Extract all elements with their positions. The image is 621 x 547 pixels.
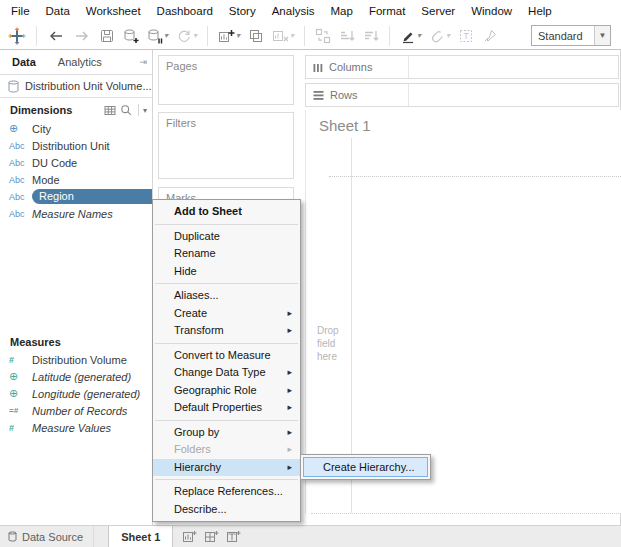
new-story-icon[interactable]	[226, 530, 241, 543]
dropdown-caret-icon: ▾	[236, 31, 240, 40]
redo-icon[interactable]	[70, 24, 94, 48]
dimensions-menu-icon[interactable]: ▾	[143, 106, 147, 115]
field-label: Number of Records	[32, 405, 127, 417]
toolbar: ▾ ▾ ▾ ▾ ▾ ▾ T Standard ▼	[0, 22, 621, 50]
menu-story[interactable]: Story	[221, 2, 264, 20]
menu-item-duplicate[interactable]: Duplicate	[153, 228, 300, 246]
data-pane-tabs: Data Analytics ⇥	[0, 50, 152, 75]
collapse-pane-icon[interactable]: ⇥	[139, 57, 152, 67]
menu-worksheet[interactable]: Worksheet	[78, 2, 149, 20]
filters-shelf-label: Filters	[166, 117, 196, 129]
rows-shelf[interactable]: Rows	[305, 83, 619, 107]
data-source-name: Distribution Unit Volume...	[25, 80, 152, 92]
fit-selector[interactable]: Standard ▼	[531, 25, 611, 46]
sort-ascending-icon[interactable]	[336, 24, 358, 48]
hierarchy-submenu: Create Hierarchy...	[300, 454, 431, 480]
new-data-source-icon[interactable]	[120, 24, 142, 48]
menu-item-aliases[interactable]: Aliases...	[153, 287, 300, 305]
field-measure-values[interactable]: # Measure Values	[0, 419, 152, 436]
pages-shelf[interactable]: Pages	[158, 55, 294, 105]
clear-sheet-icon[interactable]: ▾	[269, 24, 297, 48]
menu-item-rename[interactable]: Rename	[153, 245, 300, 263]
menu-file[interactable]: File	[3, 2, 38, 20]
field-region-selected[interactable]: Abc Region	[0, 188, 152, 205]
duplicate-sheet-icon[interactable]	[245, 24, 267, 48]
tab-data-source[interactable]: Data Source	[0, 526, 94, 547]
search-icon[interactable]	[120, 104, 132, 116]
field-city[interactable]: ⊕ City	[0, 120, 152, 137]
dropdown-caret-icon: ▾	[290, 31, 294, 40]
pane-spacer	[0, 222, 152, 326]
dropdown-caret-icon: ▾	[164, 31, 168, 40]
tableau-logo-icon[interactable]	[5, 24, 29, 48]
new-worksheet-icon[interactable]: ▾	[215, 24, 243, 48]
menu-help[interactable]: Help	[520, 2, 560, 20]
pause-auto-updates-icon[interactable]: ▾	[144, 24, 171, 48]
menu-item-add-to-sheet[interactable]: Add to Sheet	[153, 203, 300, 221]
tab-sheet-1[interactable]: Sheet 1	[108, 526, 173, 547]
menu-item-change-data-type[interactable]: Change Data Type	[153, 364, 300, 382]
field-label: Mode	[32, 174, 60, 186]
undo-icon[interactable]	[44, 24, 68, 48]
menu-item-convert-to-measure[interactable]: Convert to Measure	[153, 347, 300, 365]
swap-rows-columns-icon[interactable]	[312, 24, 334, 48]
rows-icon	[313, 90, 324, 100]
menu-item-group-by[interactable]: Group by	[153, 424, 300, 442]
abc-icon: Abc	[9, 158, 32, 168]
new-sheet-buttons	[173, 526, 241, 547]
field-number-of-records[interactable]: =# Number of Records	[0, 402, 152, 419]
menu-data[interactable]: Data	[38, 2, 78, 20]
field-latitude[interactable]: ⊕ Latitude (generated)	[0, 368, 152, 385]
fit-selector-dropdown-icon[interactable]: ▼	[594, 26, 610, 45]
field-label: Measure Values	[32, 422, 111, 434]
field-du-code[interactable]: Abc DU Code	[0, 154, 152, 171]
menu-separator	[155, 420, 298, 421]
data-source-item[interactable]: Distribution Unit Volume...	[0, 75, 152, 97]
fix-axes-icon[interactable]	[479, 24, 501, 48]
menu-item-hierarchy[interactable]: Hierarchy	[153, 459, 300, 477]
menu-item-transform[interactable]: Transform	[153, 322, 300, 340]
menu-server[interactable]: Server	[413, 2, 463, 20]
columns-shelf[interactable]: Columns	[305, 55, 619, 79]
view-data-grid-icon[interactable]	[104, 105, 116, 116]
highlight-icon[interactable]: ▾	[397, 24, 424, 48]
menu-analysis[interactable]: Analysis	[264, 2, 323, 20]
new-dashboard-icon[interactable]	[204, 530, 219, 543]
dimensions-header: Dimensions ▾	[0, 98, 152, 120]
tab-label: Data Source	[22, 531, 83, 543]
menu-map[interactable]: Map	[323, 2, 361, 20]
menu-window[interactable]: Window	[463, 2, 520, 20]
field-measure-names[interactable]: Abc Measure Names	[0, 205, 152, 222]
field-mode[interactable]: Abc Mode	[0, 171, 152, 188]
menu-item-default-properties[interactable]: Default Properties	[153, 399, 300, 417]
selected-field-pill[interactable]: Region	[32, 189, 152, 204]
menu-item-describe[interactable]: Describe...	[153, 501, 300, 519]
menu-item-hide[interactable]: Hide	[153, 263, 300, 281]
menu-item-geographic-role[interactable]: Geographic Role	[153, 382, 300, 400]
new-worksheet-icon[interactable]	[182, 530, 197, 543]
sort-descending-icon[interactable]	[360, 24, 382, 48]
tableau-window: { "menu_bar": { "items": ["File", "Data"…	[0, 0, 621, 547]
filters-shelf[interactable]: Filters	[158, 112, 294, 179]
tab-data[interactable]: Data	[0, 56, 48, 68]
menu-format[interactable]: Format	[361, 2, 413, 20]
show-mark-labels-icon[interactable]: T	[455, 24, 477, 48]
dropdown-caret-icon: ▾	[446, 31, 450, 40]
field-label: Distribution Unit	[32, 140, 110, 152]
tab-analytics[interactable]: Analytics	[48, 56, 140, 68]
save-icon[interactable]	[96, 24, 118, 48]
field-label: Measure Names	[32, 208, 113, 220]
pages-shelf-label: Pages	[166, 60, 197, 72]
group-members-icon[interactable]: ▾	[426, 24, 453, 48]
field-label: Longitude (generated)	[32, 388, 140, 400]
columns-icon	[313, 62, 323, 73]
menu-item-create-hierarchy[interactable]: Create Hierarchy...	[303, 457, 428, 477]
menu-item-replace-references[interactable]: Replace References...	[153, 483, 300, 501]
refresh-icon[interactable]: ▾	[173, 24, 200, 48]
menu-dashboard[interactable]: Dashboard	[149, 2, 221, 20]
field-distribution-unit[interactable]: Abc Distribution Unit	[0, 137, 152, 154]
field-longitude[interactable]: ⊕ Longitude (generated)	[0, 385, 152, 402]
field-label: Distribution Volume	[32, 354, 127, 366]
field-distribution-volume[interactable]: # Distribution Volume	[0, 351, 152, 368]
menu-item-create[interactable]: Create	[153, 305, 300, 323]
